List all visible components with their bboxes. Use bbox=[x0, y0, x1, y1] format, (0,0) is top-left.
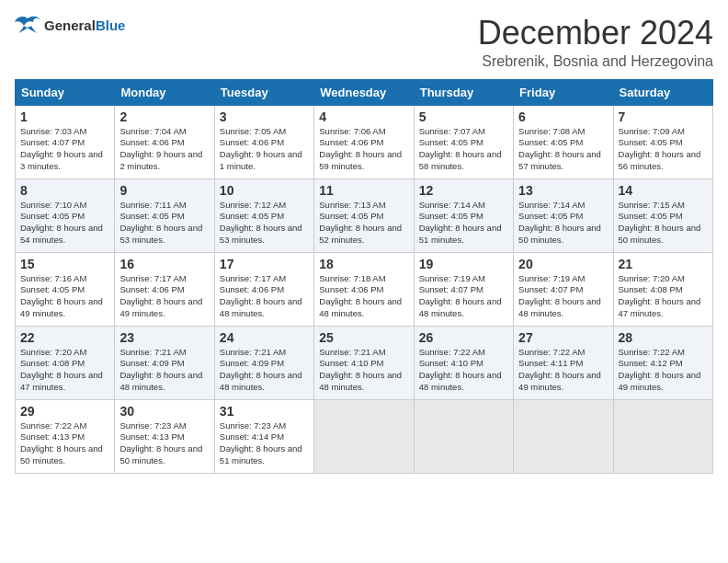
calendar-cell: 23Sunrise: 7:21 AMSunset: 4:09 PMDayligh… bbox=[115, 326, 214, 399]
day-number: 26 bbox=[419, 330, 508, 345]
title-section: December 2024 Srebrenik, Bosnia and Herz… bbox=[478, 15, 713, 70]
day-number: 27 bbox=[518, 330, 608, 345]
cell-content: Sunrise: 7:22 AMSunset: 4:12 PMDaylight:… bbox=[619, 347, 708, 394]
calendar-cell: 17Sunrise: 7:17 AMSunset: 4:06 PMDayligh… bbox=[214, 252, 313, 326]
calendar-week-row: 15Sunrise: 7:16 AMSunset: 4:05 PMDayligh… bbox=[16, 252, 713, 326]
calendar-table: SundayMondayTuesdayWednesdayThursdayFrid… bbox=[15, 79, 713, 474]
day-number: 1 bbox=[20, 109, 109, 124]
calendar-cell: 7Sunrise: 7:09 AMSunset: 4:05 PMDaylight… bbox=[613, 105, 712, 178]
cell-content: Sunrise: 7:22 AMSunset: 4:13 PMDaylight:… bbox=[20, 420, 109, 467]
day-number: 6 bbox=[518, 109, 608, 124]
day-number: 8 bbox=[20, 183, 109, 198]
calendar-cell: 3Sunrise: 7:05 AMSunset: 4:06 PMDaylight… bbox=[214, 105, 313, 178]
calendar-cell: 19Sunrise: 7:19 AMSunset: 4:07 PMDayligh… bbox=[414, 252, 513, 326]
calendar-cell: 1Sunrise: 7:03 AMSunset: 4:07 PMDaylight… bbox=[16, 105, 115, 178]
day-number: 15 bbox=[20, 257, 109, 271]
cell-content: Sunrise: 7:04 AMSunset: 4:06 PMDaylight:… bbox=[119, 126, 209, 173]
calendar-cell bbox=[414, 399, 513, 473]
header: General Blue December 2024 Srebrenik, Bo… bbox=[15, 15, 713, 70]
day-number: 4 bbox=[319, 109, 408, 124]
day-number: 12 bbox=[419, 183, 508, 198]
calendar-cell: 11Sunrise: 7:13 AMSunset: 4:05 PMDayligh… bbox=[314, 178, 414, 252]
calendar-cell: 25Sunrise: 7:21 AMSunset: 4:10 PMDayligh… bbox=[314, 326, 414, 399]
calendar-week-row: 1Sunrise: 7:03 AMSunset: 4:07 PMDaylight… bbox=[16, 105, 713, 178]
calendar-cell: 15Sunrise: 7:16 AMSunset: 4:05 PMDayligh… bbox=[16, 252, 115, 326]
calendar-cell: 28Sunrise: 7:22 AMSunset: 4:12 PMDayligh… bbox=[613, 326, 712, 399]
calendar-week-row: 22Sunrise: 7:20 AMSunset: 4:08 PMDayligh… bbox=[16, 326, 713, 399]
header-thursday: Thursday bbox=[414, 79, 513, 105]
header-wednesday: Wednesday bbox=[314, 79, 414, 105]
cell-content: Sunrise: 7:17 AMSunset: 4:06 PMDaylight:… bbox=[220, 273, 309, 320]
calendar-cell: 10Sunrise: 7:12 AMSunset: 4:05 PMDayligh… bbox=[214, 178, 313, 252]
cell-content: Sunrise: 7:21 AMSunset: 4:10 PMDaylight:… bbox=[319, 347, 408, 394]
cell-content: Sunrise: 7:22 AMSunset: 4:10 PMDaylight:… bbox=[419, 347, 508, 394]
cell-content: Sunrise: 7:19 AMSunset: 4:07 PMDaylight:… bbox=[518, 273, 608, 320]
calendar-cell: 4Sunrise: 7:06 AMSunset: 4:06 PMDaylight… bbox=[314, 105, 414, 178]
day-number: 19 bbox=[419, 257, 508, 271]
calendar-cell bbox=[514, 399, 613, 473]
calendar-cell: 18Sunrise: 7:18 AMSunset: 4:06 PMDayligh… bbox=[314, 252, 414, 326]
month-title: December 2024 bbox=[478, 15, 713, 52]
calendar-cell: 31Sunrise: 7:23 AMSunset: 4:14 PMDayligh… bbox=[214, 399, 313, 473]
day-number: 9 bbox=[119, 183, 209, 198]
cell-content: Sunrise: 7:14 AMSunset: 4:05 PMDaylight:… bbox=[419, 200, 508, 247]
day-number: 25 bbox=[319, 330, 408, 345]
cell-content: Sunrise: 7:21 AMSunset: 4:09 PMDaylight:… bbox=[119, 347, 209, 394]
logo-blue: Blue bbox=[96, 17, 126, 33]
calendar-cell: 22Sunrise: 7:20 AMSunset: 4:08 PMDayligh… bbox=[16, 326, 115, 399]
calendar-cell: 9Sunrise: 7:11 AMSunset: 4:05 PMDaylight… bbox=[115, 178, 214, 252]
logo-bird-icon bbox=[15, 15, 40, 35]
day-number: 28 bbox=[619, 330, 708, 345]
cell-content: Sunrise: 7:23 AMSunset: 4:13 PMDaylight:… bbox=[119, 420, 209, 467]
logo-general: General bbox=[44, 17, 96, 33]
calendar-cell: 24Sunrise: 7:21 AMSunset: 4:09 PMDayligh… bbox=[214, 326, 313, 399]
calendar-cell: 16Sunrise: 7:17 AMSunset: 4:06 PMDayligh… bbox=[115, 252, 214, 326]
location-title: Srebrenik, Bosnia and Herzegovina bbox=[478, 53, 713, 70]
calendar-cell: 5Sunrise: 7:07 AMSunset: 4:05 PMDaylight… bbox=[414, 105, 513, 178]
calendar-cell: 26Sunrise: 7:22 AMSunset: 4:10 PMDayligh… bbox=[414, 326, 513, 399]
cell-content: Sunrise: 7:05 AMSunset: 4:06 PMDaylight:… bbox=[220, 126, 309, 173]
calendar-cell: 14Sunrise: 7:15 AMSunset: 4:05 PMDayligh… bbox=[613, 178, 712, 252]
cell-content: Sunrise: 7:09 AMSunset: 4:05 PMDaylight:… bbox=[619, 126, 708, 173]
calendar-week-row: 29Sunrise: 7:22 AMSunset: 4:13 PMDayligh… bbox=[16, 399, 713, 473]
header-monday: Monday bbox=[115, 79, 214, 105]
day-number: 22 bbox=[20, 330, 109, 345]
cell-content: Sunrise: 7:10 AMSunset: 4:05 PMDaylight:… bbox=[20, 200, 109, 247]
header-friday: Friday bbox=[514, 79, 613, 105]
cell-content: Sunrise: 7:22 AMSunset: 4:11 PMDaylight:… bbox=[518, 347, 608, 394]
cell-content: Sunrise: 7:13 AMSunset: 4:05 PMDaylight:… bbox=[319, 200, 408, 247]
page-container: General Blue December 2024 Srebrenik, Bo… bbox=[15, 15, 713, 474]
day-number: 5 bbox=[419, 109, 508, 124]
logo: General Blue bbox=[15, 15, 125, 35]
cell-content: Sunrise: 7:08 AMSunset: 4:05 PMDaylight:… bbox=[518, 126, 608, 173]
day-number: 31 bbox=[220, 404, 309, 419]
header-saturday: Saturday bbox=[613, 79, 712, 105]
cell-content: Sunrise: 7:19 AMSunset: 4:07 PMDaylight:… bbox=[419, 273, 508, 320]
cell-content: Sunrise: 7:11 AMSunset: 4:05 PMDaylight:… bbox=[119, 200, 209, 247]
day-number: 21 bbox=[619, 257, 708, 271]
calendar-cell: 30Sunrise: 7:23 AMSunset: 4:13 PMDayligh… bbox=[115, 399, 214, 473]
day-number: 30 bbox=[119, 404, 209, 419]
header-sunday: Sunday bbox=[16, 79, 115, 105]
day-number: 24 bbox=[220, 330, 309, 345]
day-number: 20 bbox=[518, 257, 608, 271]
cell-content: Sunrise: 7:14 AMSunset: 4:05 PMDaylight:… bbox=[518, 200, 608, 247]
calendar-cell: 2Sunrise: 7:04 AMSunset: 4:06 PMDaylight… bbox=[115, 105, 214, 178]
day-number: 11 bbox=[319, 183, 408, 198]
cell-content: Sunrise: 7:20 AMSunset: 4:08 PMDaylight:… bbox=[20, 347, 109, 394]
cell-content: Sunrise: 7:06 AMSunset: 4:06 PMDaylight:… bbox=[319, 126, 408, 173]
calendar-cell bbox=[613, 399, 712, 473]
calendar-header-row: SundayMondayTuesdayWednesdayThursdayFrid… bbox=[16, 79, 713, 105]
logo-text: General Blue bbox=[44, 17, 125, 33]
day-number: 17 bbox=[220, 257, 309, 271]
calendar-cell: 13Sunrise: 7:14 AMSunset: 4:05 PMDayligh… bbox=[514, 178, 613, 252]
cell-content: Sunrise: 7:17 AMSunset: 4:06 PMDaylight:… bbox=[119, 273, 209, 320]
cell-content: Sunrise: 7:12 AMSunset: 4:05 PMDaylight:… bbox=[220, 200, 309, 247]
calendar-week-row: 8Sunrise: 7:10 AMSunset: 4:05 PMDaylight… bbox=[16, 178, 713, 252]
cell-content: Sunrise: 7:15 AMSunset: 4:05 PMDaylight:… bbox=[619, 200, 708, 247]
day-number: 18 bbox=[319, 257, 408, 271]
calendar-cell: 21Sunrise: 7:20 AMSunset: 4:08 PMDayligh… bbox=[613, 252, 712, 326]
day-number: 13 bbox=[518, 183, 608, 198]
cell-content: Sunrise: 7:23 AMSunset: 4:14 PMDaylight:… bbox=[220, 420, 309, 467]
cell-content: Sunrise: 7:16 AMSunset: 4:05 PMDaylight:… bbox=[20, 273, 109, 320]
